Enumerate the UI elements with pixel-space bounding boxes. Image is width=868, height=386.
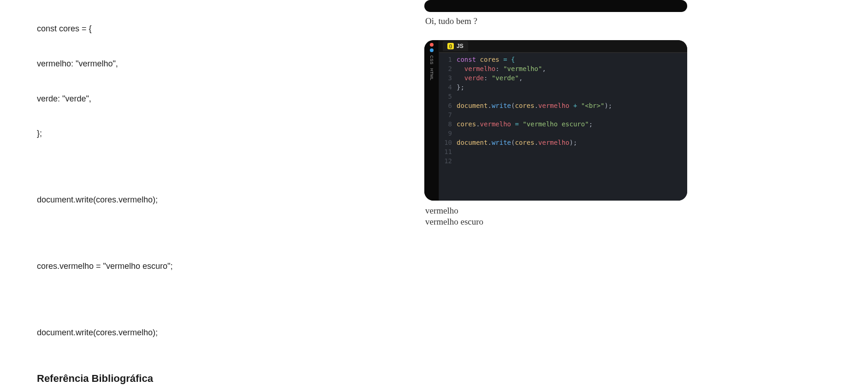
reference-heading: Referência Bibliográfica: [37, 373, 369, 385]
editor-tab-js[interactable]: () JS: [443, 41, 468, 51]
code-snippet: const cores = { vermelho: "vermelho", ve…: [37, 0, 369, 362]
code-line: document.write(cores.vermelho);: [37, 194, 369, 206]
code-line: verde: "verde",: [37, 93, 369, 105]
code-line: const cores = {: [37, 23, 369, 35]
editor-tabbar: () JS: [439, 40, 687, 53]
code-line: vermelho: "vermelho",: [37, 58, 369, 70]
sidebar-tab-css[interactable]: CSS: [428, 54, 435, 66]
editor-code-area[interactable]: 1 2 3 4 5 6 7 8 9 10 11 12: [439, 53, 687, 201]
sidebar-tab-html[interactable]: HTML: [428, 67, 435, 82]
examples-column: Oi, tudo bem ? CSS HTML () JS: [397, 0, 831, 386]
editor-gutter: 1 2 3 4 5 6 7 8 9 10 11 12: [439, 55, 457, 201]
code-line: };: [37, 128, 369, 139]
code-line: cores.vermelho = "vermelho escuro";: [37, 261, 369, 272]
output-line: vermelho escuro: [425, 216, 831, 228]
article-content: const cores = { vermelho: "vermelho", ve…: [37, 0, 369, 386]
output-text-2: vermelho vermelho escuro: [424, 205, 831, 228]
code-line: document.write(cores.vermelho);: [37, 327, 369, 338]
editor-code-content: const cores = { vermelho: "vermelho", ve…: [457, 55, 687, 201]
tab-indicator-icon: [430, 48, 434, 52]
tab-label: JS: [457, 43, 464, 49]
js-icon: (): [447, 43, 454, 49]
output-text-1: Oi, tudo bem ?: [424, 16, 831, 27]
code-editor: CSS HTML () JS 1 2 3: [424, 40, 687, 201]
close-icon: [430, 43, 434, 47]
editor-block-top: [424, 0, 687, 12]
output-line: vermelho: [425, 205, 831, 217]
editor-sidebar: CSS HTML: [424, 40, 439, 201]
